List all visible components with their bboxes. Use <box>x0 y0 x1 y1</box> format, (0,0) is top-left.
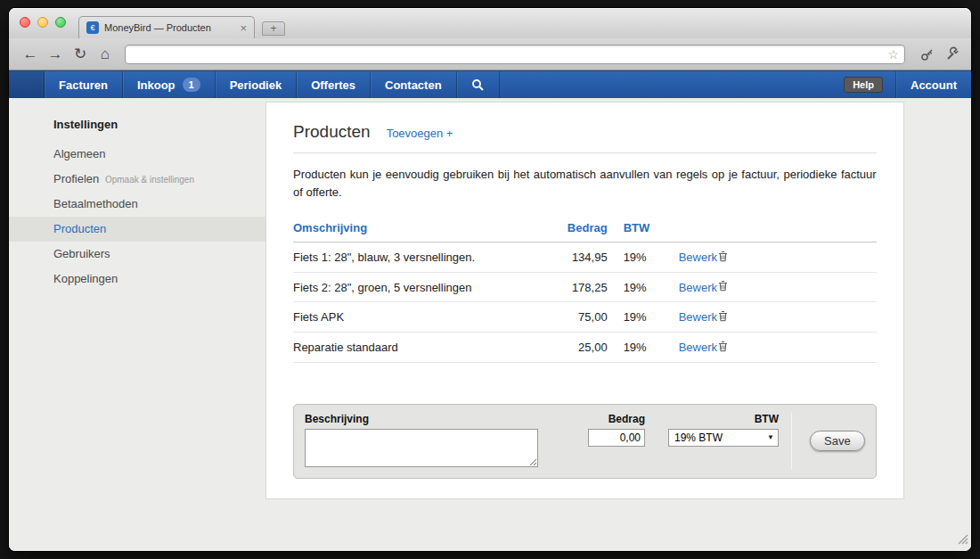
producten-card: Producten Toevoegen + Producten kun je e… <box>265 102 904 499</box>
nav-label: Offertes <box>311 78 355 92</box>
bookmark-star-icon[interactable]: ☆ <box>887 47 899 62</box>
amount-input[interactable] <box>588 429 645 447</box>
header-btw: BTW <box>608 218 663 243</box>
nav-contacten[interactable]: Contacten <box>371 71 457 98</box>
browser-toolbar: ← → ↻ ⌂ ☆ <box>9 38 971 70</box>
amount-label: Bedrag <box>588 413 645 425</box>
desktop-background: € MoneyBird — Producten × + ← → ↻ ⌂ ☆ <box>0 0 980 559</box>
table-row: Fiets APK 75,00 19% Bewerk <box>293 302 877 333</box>
product-btw: 19% <box>608 332 663 362</box>
trash-icon[interactable] <box>718 281 728 294</box>
product-amount: 134,95 <box>514 243 608 273</box>
sidebar-item-label: Profielen <box>53 172 99 185</box>
product-btw: 19% <box>608 243 663 273</box>
btw-select[interactable]: 19% BTW <box>668 429 779 447</box>
window-titlebar[interactable]: € MoneyBird — Producten × + <box>9 8 971 38</box>
nav-inkoop[interactable]: Inkoop 1 <box>123 71 216 98</box>
product-btw: 19% <box>608 272 663 302</box>
edit-link[interactable]: Bewerk <box>679 310 717 324</box>
address-bar[interactable]: ☆ <box>125 45 905 64</box>
product-btw: 19% <box>608 302 663 333</box>
table-row: Reparatie standaard 25,00 19% Bewerk <box>293 332 877 362</box>
sidebar-heading: Instellingen <box>9 112 265 142</box>
app-navbar: Facturen Inkoop 1 Periodiek Offertes Con… <box>9 70 971 98</box>
product-amount: 75,00 <box>514 302 608 333</box>
forward-icon[interactable]: → <box>45 45 66 63</box>
content-area: Instellingen Algemeen Profielen Opmaak &… <box>9 98 971 551</box>
card-header: Producten Toevoegen + <box>293 122 877 153</box>
sidebar-item-betaalmethoden[interactable]: Betaalmethoden <box>9 192 265 217</box>
page-title: Producten <box>293 122 371 142</box>
description-textarea[interactable] <box>305 429 538 467</box>
sidebar-item-gebruikers[interactable]: Gebruikers <box>9 242 265 267</box>
add-product-link[interactable]: Toevoegen + <box>387 127 453 140</box>
browser-tab[interactable]: € MoneyBird — Producten × <box>78 16 255 38</box>
search-icon <box>471 78 485 92</box>
sidebar-item-algemeen[interactable]: Algemeen <box>9 142 265 167</box>
sidebar-item-koppelingen[interactable]: Koppelingen <box>9 267 265 292</box>
traffic-lights <box>20 17 66 28</box>
main-panel: Producten Toevoegen + Producten kun je e… <box>265 98 971 551</box>
trash-icon[interactable] <box>718 251 728 265</box>
home-icon[interactable]: ⌂ <box>94 45 116 63</box>
header-omschrijving: Omschrijving <box>293 218 514 243</box>
nav-periodiek[interactable]: Periodiek <box>216 71 298 98</box>
nav-label: Periodiek <box>230 78 282 92</box>
page-description: Producten kun je eenvoudig gebruiken bij… <box>293 166 877 201</box>
btw-label: BTW <box>668 413 779 425</box>
nav-account[interactable]: Account <box>895 71 971 98</box>
close-window-button[interactable] <box>20 17 30 28</box>
edit-link[interactable]: Bewerk <box>679 281 717 294</box>
moneybird-favicon: € <box>86 21 99 34</box>
new-tab-button[interactable]: + <box>262 21 285 36</box>
nav-search[interactable] <box>457 71 500 98</box>
new-product-form: Beschrijving Bedrag BTW 19% BTW <box>293 404 877 479</box>
nav-label: Facturen <box>59 78 108 92</box>
product-description: Reparatie standaard <box>293 332 514 362</box>
wrench-icon[interactable] <box>943 45 962 64</box>
products-table: Omschrijving Bedrag BTW Fiets 1: 28", bl… <box>293 218 877 362</box>
help-button[interactable]: Help <box>844 77 883 93</box>
nav-label: Contacten <box>385 78 442 92</box>
table-row: Fiets 1: 28", blauw, 3 versnellingen. 13… <box>293 243 877 273</box>
back-icon[interactable]: ← <box>20 45 41 63</box>
product-description: Fiets 2: 28", groen, 5 versnellingen <box>293 272 514 302</box>
moneybird-logo-block <box>9 71 45 98</box>
key-icon[interactable] <box>918 45 937 64</box>
zoom-window-button[interactable] <box>55 17 66 28</box>
form-divider <box>791 413 792 470</box>
sidebar-item-profielen[interactable]: Profielen Opmaak & instellingen <box>9 167 265 192</box>
product-description: Fiets APK <box>293 302 514 333</box>
resize-grip[interactable] <box>957 532 968 548</box>
description-label: Beschrijving <box>305 413 538 425</box>
nav-offertes[interactable]: Offertes <box>297 71 371 98</box>
sidebar-item-producten[interactable]: Producten <box>9 217 265 242</box>
reload-icon[interactable]: ↻ <box>69 45 91 63</box>
browser-window: € MoneyBird — Producten × + ← → ↻ ⌂ ☆ <box>9 8 971 551</box>
nav-label: Inkoop <box>137 78 176 92</box>
table-row: Fiets 2: 28", groen, 5 versnellingen 178… <box>293 272 877 302</box>
trash-icon[interactable] <box>718 311 728 325</box>
tab-close-icon[interactable]: × <box>240 22 247 34</box>
trash-icon[interactable] <box>718 341 728 355</box>
sidebar-item-sublabel: Opmaak & instellingen <box>105 175 194 185</box>
product-description: Fiets 1: 28", blauw, 3 versnellingen. <box>293 243 514 273</box>
edit-link[interactable]: Bewerk <box>679 251 717 264</box>
minimize-window-button[interactable] <box>37 17 48 28</box>
product-amount: 25,00 <box>514 332 608 362</box>
edit-link[interactable]: Bewerk <box>679 341 717 354</box>
nav-facturen[interactable]: Facturen <box>45 71 123 98</box>
settings-sidebar: Instellingen Algemeen Profielen Opmaak &… <box>9 98 265 551</box>
header-bedrag: Bedrag <box>514 218 608 243</box>
inkoop-count-badge: 1 <box>183 78 200 92</box>
navbar-spacer <box>500 71 845 98</box>
tab-title: MoneyBird — Producten <box>104 22 234 33</box>
table-header-row: Omschrijving Bedrag BTW <box>293 218 877 243</box>
save-button[interactable]: Save <box>810 431 865 451</box>
product-amount: 178,25 <box>514 272 608 302</box>
